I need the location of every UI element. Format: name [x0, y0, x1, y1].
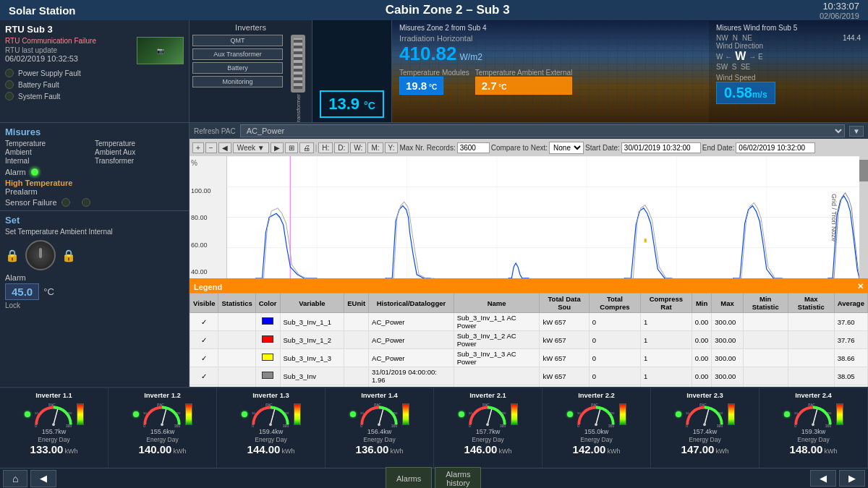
sensor-failure-label: Sensor Failure — [5, 198, 57, 207]
add-btn[interactable]: + — [192, 142, 204, 153]
end-date-label: End Date: — [702, 144, 734, 152]
inv-energy-row: Energy Day — [255, 436, 286, 443]
chart-side-label: Grid / Tron Noze — [830, 193, 838, 241]
back-button[interactable]: ◀ — [30, 470, 56, 487]
inv-title: Inverter 2.1 — [469, 391, 506, 399]
svg-text:PAC: PAC — [374, 403, 381, 407]
d-btn[interactable]: D: — [334, 142, 349, 153]
inv-energy-label: Energy Day — [38, 436, 69, 443]
inverter-card: Inverter 1.4 0 PAC 300 250 50 — [326, 388, 434, 468]
monitoring-box: Monitoring — [192, 76, 283, 87]
dial-control[interactable] — [25, 240, 56, 270]
inv-kwh-value: 133.00 — [30, 443, 64, 455]
chart-line-6 — [624, 208, 672, 278]
h-btn[interactable]: H: — [318, 142, 333, 153]
legend-close[interactable]: ✕ — [857, 282, 864, 291]
compare-select[interactable]: None — [549, 142, 584, 154]
inverter-temp-panel: 13.9 °C — [312, 20, 392, 122]
date-display: 02/06/2019 — [820, 12, 859, 20]
inv-kw-label: 157.4kw — [693, 428, 718, 435]
rtu-title: RTU Sub 3 — [5, 24, 184, 35]
home-button[interactable]: ⌂ — [3, 470, 27, 487]
scrollbar-thumb[interactable] — [859, 160, 868, 181]
inv-energy-row: Energy Day — [580, 436, 612, 443]
aux-transformer-box: Aux Transformer — [192, 48, 283, 60]
col-eunit: EUnit — [344, 294, 369, 313]
temp-mod-label: Temperature Modules — [399, 69, 469, 77]
wind-speed-label: Wind Speed — [716, 74, 861, 82]
chart-scrollbar[interactable] — [859, 156, 868, 278]
fwd-arrow-btn[interactable]: ▶ — [271, 142, 284, 153]
irrad-value: 410.82 — [399, 43, 457, 65]
svg-text:50: 50 — [794, 412, 797, 415]
week-btn[interactable]: Week ▼ — [233, 142, 269, 153]
inv-kwh-unit: kWh — [824, 448, 837, 455]
center-title: Cabin Zone 2 – Sub 3 — [386, 3, 510, 17]
y-label-pct: % — [191, 159, 224, 167]
svg-text:300: 300 — [717, 424, 723, 428]
pac-select[interactable]: AC_Power — [240, 124, 845, 137]
svg-point-31 — [269, 423, 272, 426]
col-hist: Historical/Datalogger — [369, 294, 454, 313]
end-date-input[interactable] — [736, 142, 815, 153]
table-row: ✓ Sub_3_Inv_1_3 AC_Power Sub_3_Inv_1_3 A… — [190, 349, 868, 367]
col-color: Color — [255, 294, 280, 313]
svg-rect-12 — [644, 239, 647, 242]
table-row: ✓ Sub_3_Inv_2_1 AC_Power Sub_3_Inv_2_1 A… — [190, 385, 868, 388]
svg-point-15 — [52, 423, 55, 426]
svg-text:PAC: PAC — [48, 403, 56, 407]
inv-gauge: 0 PAC 300 250 50 — [792, 401, 834, 428]
inv-status-led — [676, 411, 681, 417]
inverter-card: Inverter 2.4 0 PAC 300 250 50 — [760, 388, 868, 468]
svg-text:250: 250 — [284, 412, 289, 415]
svg-text:50: 50 — [35, 412, 38, 415]
back-arrow-btn[interactable]: ◀ — [218, 142, 231, 153]
svg-point-71 — [812, 423, 814, 426]
minus-btn[interactable]: − — [205, 142, 217, 153]
inv-kwh-row: 144.00 kWh — [247, 443, 295, 455]
svg-text:250: 250 — [718, 412, 723, 415]
top-area: RTU Sub 3 RTU Communication Failure RTU … — [0, 20, 868, 123]
battery-box: Battery — [192, 62, 283, 74]
inv-colored-bar — [836, 403, 843, 425]
col-total: Total Data Sou — [540, 294, 589, 313]
w-btn[interactable]: W: — [350, 142, 366, 153]
m-btn[interactable]: M: — [367, 142, 383, 153]
footer-left: ⌂ ◀ — [3, 470, 56, 487]
inv-kwh-value: 148.00 — [790, 443, 823, 455]
pac-dropdown-btn[interactable]: ▼ — [849, 126, 864, 137]
nav-left-button[interactable]: ◀ — [810, 470, 836, 487]
chart-line-4 — [386, 202, 434, 278]
y-80: 80.00 — [191, 214, 224, 221]
print-btn[interactable]: 🖨 — [299, 142, 314, 153]
inv-kwh-row: 147.00 kWh — [681, 443, 729, 455]
svg-text:250: 250 — [67, 412, 72, 415]
inv-kw-label: 157.7kw — [476, 428, 501, 435]
col-min: Min — [692, 294, 712, 313]
nav-right-button[interactable]: ▶ — [839, 470, 865, 487]
datetime: 10:33:07 02/06/2019 — [820, 1, 859, 20]
alarms-button[interactable]: Alarms — [386, 467, 432, 489]
alarms-history-button[interactable]: Alarmshistory — [435, 467, 481, 489]
inv-status-led — [459, 411, 464, 417]
inv-kwh-unit: kWh — [281, 448, 294, 455]
svg-text:PAC: PAC — [808, 403, 815, 407]
col-variable: Variable — [280, 294, 344, 313]
fault-power: Power Supply Fault — [5, 67, 184, 79]
inv-status-led — [25, 411, 30, 417]
grid-btn[interactable]: ⊞ — [285, 142, 298, 153]
inv-kwh-value: 142.00 — [573, 443, 606, 455]
alarm-label: Alarm — [5, 168, 26, 176]
chart-toolbar: + − ◀ Week ▼ ▶ ⊞ 🖨 | H: D: W: M: Y: Max … — [190, 139, 868, 156]
svg-text:50: 50 — [143, 412, 146, 415]
start-date-input[interactable] — [621, 142, 701, 153]
temp-set-unit: °C — [43, 286, 54, 297]
rtu-fault: RTU Communication Failure — [5, 37, 96, 45]
sensor-led-1 — [61, 198, 70, 207]
y-btn[interactable]: Y: — [385, 142, 399, 153]
inv-kwh-unit: kWh — [498, 448, 511, 455]
svg-text:PAC: PAC — [482, 403, 490, 407]
max-records-input[interactable] — [457, 142, 490, 153]
col-maxs: Max Statistic — [788, 294, 834, 313]
inv-energy-label: Energy Day — [363, 436, 395, 443]
